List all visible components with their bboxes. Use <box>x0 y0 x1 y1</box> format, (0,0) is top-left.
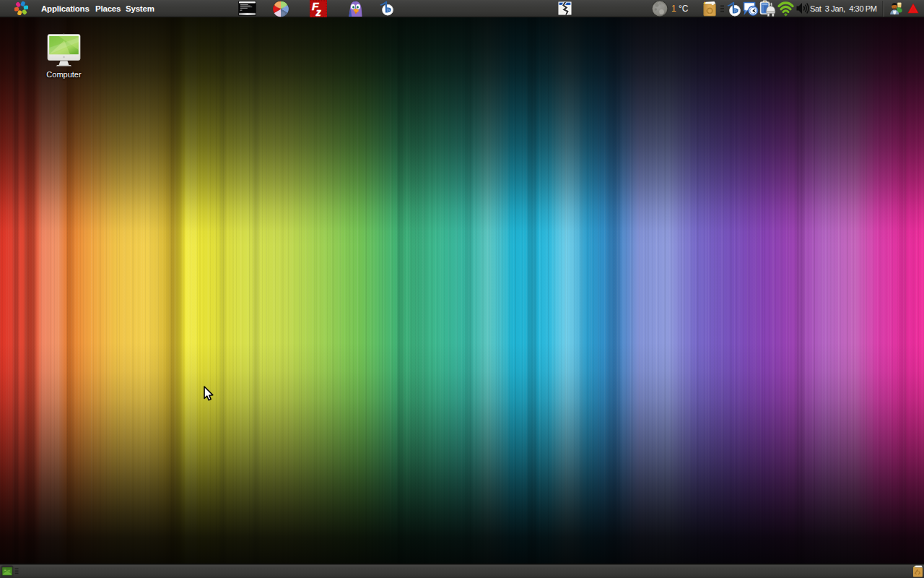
svg-text:z: z <box>315 7 322 18</box>
